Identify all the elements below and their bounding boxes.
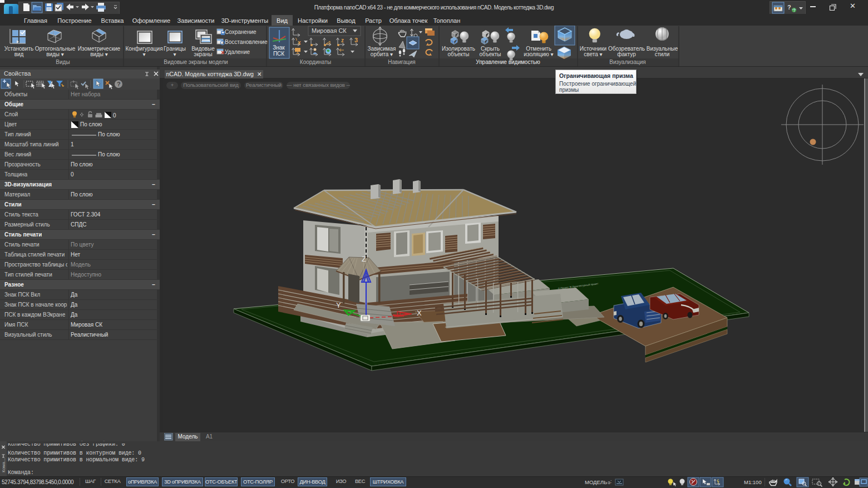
svg-text:Y: Y [336,301,341,309]
svg-text:0: 0 [113,112,116,119]
svg-text:?: ? [117,81,121,87]
svg-text:x: x [298,40,301,46]
svg-text:?: ? [787,4,791,11]
svg-text:ǝ˸: ǝ˸ [608,480,612,485]
svg-text:Кома...: Кома... [1,458,6,472]
svg-text:X: X [417,309,422,317]
svg-text:3: 3 [354,37,358,43]
svg-text:z: z [341,37,344,43]
svg-text:Мировая СК: Мировая СК [312,27,347,34]
svg-text:Z: Z [362,255,366,263]
